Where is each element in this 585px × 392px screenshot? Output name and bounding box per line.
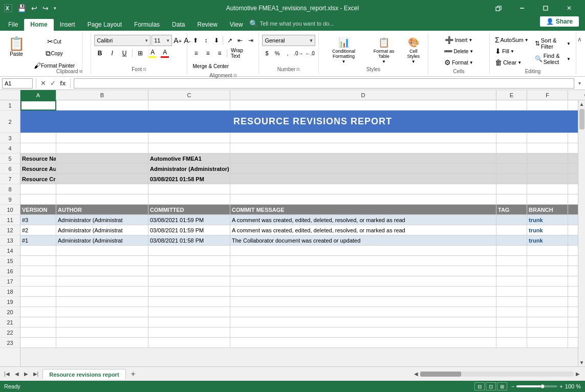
cell-r4-cG[interactable] [568,143,578,154]
row-num-17[interactable]: 17 [0,276,20,287]
row-num-1[interactable]: 1 [0,100,20,111]
formula-expand-button[interactable]: ▾ [576,80,583,86]
cell-r8-cF[interactable] [527,184,568,194]
cell-r6-cA[interactable]: Resource Author: [20,164,56,174]
wrap-text-button[interactable]: Wrap Text [229,48,255,59]
cell-r8-cA[interactable] [20,184,56,194]
row-num-2[interactable]: 2 [0,111,20,133]
cell-r9-cF[interactable] [527,194,568,205]
vertical-scrollbar[interactable]: ▲ ▼ [578,100,585,366]
cell-r23-cG[interactable] [568,338,578,348]
cell-r10-cG[interactable] [568,205,578,215]
cell-r17-cB[interactable] [56,276,148,287]
sheet-scroll-first[interactable]: |◀ [2,370,12,378]
paste-button[interactable]: 📋 Paste [5,35,28,59]
cell-r20-cD[interactable] [230,307,496,317]
cell-r15-cD[interactable] [230,256,496,266]
cell-r5-cE[interactable] [496,154,527,164]
cell-r12-cG[interactable] [568,225,578,235]
cell-r21-cG[interactable] [568,317,578,328]
cell-r4-cA[interactable] [20,143,56,154]
cell-r8-cG[interactable] [568,184,578,194]
row-num-4[interactable]: 4 [0,143,20,154]
cell-r6-cB[interactable] [56,164,148,174]
undo-button[interactable]: ↩ [29,3,39,13]
align-center-button[interactable]: ≡ [202,48,213,59]
cell-r1-cA[interactable] [20,100,56,111]
cell-r11-cC[interactable]: 03/08/2021 01:59 PM [148,215,230,225]
decimal-increase-button[interactable]: .0→ [293,48,304,59]
row-num-15[interactable]: 15 [0,256,20,266]
cell-r13-cD[interactable]: The Collaborator document was created or… [230,235,496,246]
cell-r22-cD[interactable] [230,328,496,338]
col-header-A[interactable]: A [20,90,56,100]
cell-r17-cG[interactable] [568,276,578,287]
row-num-18[interactable]: 18 [0,287,20,297]
number-format-select[interactable]: General [262,35,315,46]
sheet-tab-resource-revisions[interactable]: Resource revisions report [42,369,125,379]
cell-r15-cA[interactable] [20,256,56,266]
cell-r3-cA[interactable] [20,133,56,143]
row-num-13[interactable]: 13 [0,235,20,246]
cell-r7-cA[interactable]: Resource Created: [20,174,56,184]
horizontal-scroll-left[interactable]: ◀ [414,371,418,377]
font-family-select[interactable]: Calibri [94,35,150,46]
cell-r20-cF[interactable] [527,307,568,317]
cell-r11-cF[interactable]: trunk [527,215,568,225]
cell-r5-cA[interactable]: Resource Name: [20,154,56,164]
text-direction-button[interactable]: ↗ [225,35,234,46]
tab-file[interactable]: File [2,19,24,31]
cell-r12-cC[interactable]: 03/08/2021 01:59 PM [148,225,230,235]
cell-r23-cA[interactable] [20,338,56,348]
cell-r1-cD[interactable] [230,100,496,111]
cell-r5-cD[interactable] [230,154,496,164]
add-sheet-button[interactable]: + [127,368,140,380]
percent-format-button[interactable]: % [273,48,282,59]
cell-r16-cB[interactable] [56,266,148,276]
tab-view[interactable]: View [224,19,249,31]
cell-r4-cF[interactable] [527,143,568,154]
cell-styles-button[interactable]: 🎨 Cell Styles ▼ [402,36,424,65]
cell-r21-cA[interactable] [20,317,56,328]
cell-r13-cB[interactable]: Administrator (Administrat [56,235,148,246]
cell-r10-cF[interactable]: BRANCH [527,205,568,215]
v-scroll-thumb[interactable] [579,109,584,129]
cell-r18-cD[interactable] [230,287,496,297]
cell-r13-cA[interactable]: #1 [20,235,56,246]
row-num-11[interactable]: 11 [0,215,20,225]
save-button[interactable]: 💾 [15,3,28,13]
confirm-formula-button[interactable]: ✓ [49,79,57,87]
cell-r21-cD[interactable] [230,317,496,328]
tab-page-layout[interactable]: Page Layout [81,19,128,31]
cell-r18-cG[interactable] [568,287,578,297]
collapse-ribbon-button[interactable]: ∧ [576,35,583,44]
font-size-select[interactable]: 11 [151,35,172,46]
cell-r19-cB[interactable] [56,297,148,307]
zoom-slider[interactable] [516,385,557,387]
customize-qat-button[interactable]: ▾ [52,5,58,12]
cell-r17-cD[interactable] [230,276,496,287]
col-header-G[interactable]: G [568,90,585,100]
tell-me-input[interactable]: Tell me what you want to do... [260,20,334,27]
decimal-decrease-button[interactable]: ←.0 [305,48,315,59]
indent-increase-button[interactable]: ⇥ [246,35,255,46]
row-num-23[interactable]: 23 [0,338,20,348]
cell-r9-cG[interactable] [568,194,578,205]
delete-button[interactable]: ➖ Delete ▼ [442,46,475,56]
font-color-button[interactable]: A [159,48,170,59]
cell-r19-cG[interactable] [568,297,578,307]
cell-r8-cB[interactable] [56,184,148,194]
cell-r12-cE[interactable] [496,225,527,235]
cell-r3-cC[interactable] [148,133,230,143]
cell-r16-cD[interactable] [230,266,496,276]
cell-r5-cC[interactable]: Automotive FMEA1 [148,154,230,164]
find-select-button[interactable]: 🔍 Find & Select ▼ [533,52,573,66]
horizontal-scrollbar[interactable] [420,372,574,377]
cell-r23-cF[interactable] [527,338,568,348]
accounting-format-button[interactable]: $ [262,48,271,59]
cell-r17-cE[interactable] [496,276,527,287]
cell-r6-cG[interactable] [568,164,578,174]
cell-r17-cC[interactable] [148,276,230,287]
cell-r9-cD[interactable] [230,194,496,205]
cell-r22-cA[interactable] [20,328,56,338]
